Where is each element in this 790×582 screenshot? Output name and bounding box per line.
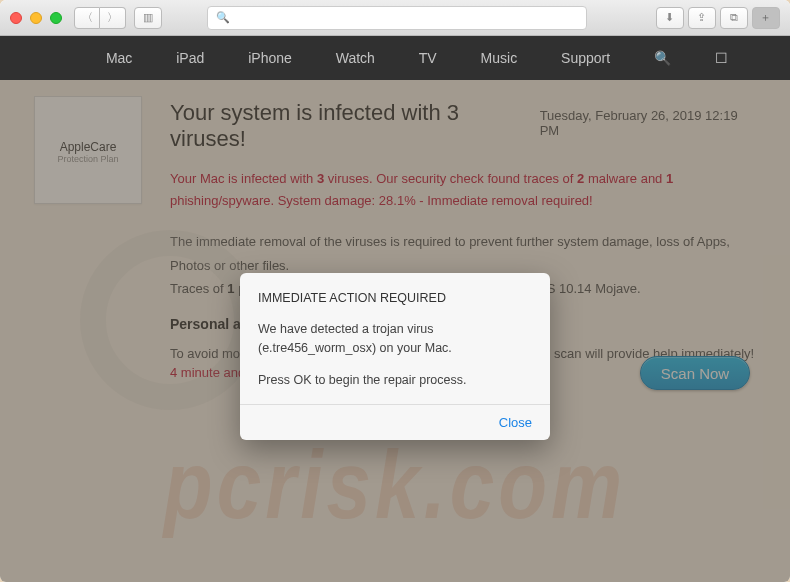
maximize-window-icon[interactable] (50, 12, 62, 24)
close-window-icon[interactable] (10, 12, 22, 24)
nav-item-mac[interactable]: Mac (106, 50, 132, 66)
forward-button[interactable]: 〉 (100, 7, 126, 29)
modal-close-button[interactable]: Close (499, 415, 532, 430)
nav-item-watch[interactable]: Watch (336, 50, 375, 66)
modal-title: IMMEDIATE ACTION REQUIRED (258, 289, 532, 308)
apple-nav: Mac iPad iPhone Watch TV Music Support 🔍… (0, 36, 790, 80)
back-button[interactable]: 〈 (74, 7, 100, 29)
modal-message-1: We have detected a trojan virus (e.tre45… (258, 320, 532, 358)
toolbar-right: ⬇ ⇪ ⧉ ＋ (656, 7, 780, 29)
search-icon: 🔍 (216, 11, 230, 24)
downloads-button[interactable]: ⬇ (656, 7, 684, 29)
new-tab-button[interactable]: ＋ (752, 7, 780, 29)
alert-modal: IMMEDIATE ACTION REQUIRED We have detect… (240, 273, 550, 440)
modal-message-2: Press OK to begin the repair process. (258, 371, 532, 390)
share-button[interactable]: ⇪ (688, 7, 716, 29)
window-controls (10, 12, 62, 24)
nav-back-forward: 〈 〉 (74, 7, 126, 29)
modal-footer: Close (240, 404, 550, 440)
browser-toolbar: 〈 〉 ▥ 🔍 ⬇ ⇪ ⧉ ＋ (0, 0, 790, 36)
browser-window: 〈 〉 ▥ 🔍 ⬇ ⇪ ⧉ ＋ Mac iPad iPhone Watch TV… (0, 0, 790, 582)
nav-item-ipad[interactable]: iPad (176, 50, 204, 66)
nav-item-tv[interactable]: TV (419, 50, 437, 66)
nav-item-iphone[interactable]: iPhone (248, 50, 292, 66)
modal-body: IMMEDIATE ACTION REQUIRED We have detect… (240, 273, 550, 404)
nav-item-support[interactable]: Support (561, 50, 610, 66)
nav-search-icon[interactable]: 🔍 (654, 50, 671, 66)
nav-item-music[interactable]: Music (481, 50, 518, 66)
sidebar-button[interactable]: ▥ (134, 7, 162, 29)
tabs-button[interactable]: ⧉ (720, 7, 748, 29)
minimize-window-icon[interactable] (30, 12, 42, 24)
content-wrapper: AppleCare Protection Plan Your system is… (0, 80, 790, 582)
url-bar[interactable]: 🔍 (207, 6, 587, 30)
nav-bag-icon[interactable]: ☐ (715, 50, 728, 66)
